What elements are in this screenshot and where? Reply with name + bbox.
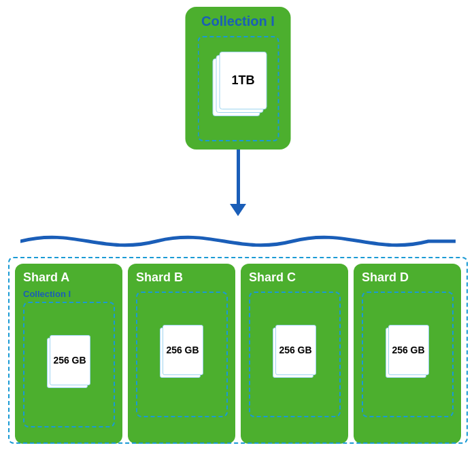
shard-c-doc-stack: 256 GB	[273, 328, 317, 382]
shard-d-doc-stack: 256 GB	[386, 328, 430, 382]
shard-d-size: 256 GB	[392, 345, 424, 355]
collection-top-box: Collection I 1TB	[186, 7, 291, 150]
shard-box-a: Shard A Collection I 256 GB	[15, 264, 122, 444]
shard-d-label: Shard D	[362, 270, 409, 285]
collection-top-size: 1TB	[231, 73, 254, 88]
shard-b-doc-stack: 256 GB	[160, 328, 204, 382]
arrow-line	[237, 150, 240, 204]
shard-b-label: Shard B	[136, 270, 183, 285]
shard-box-b: Shard B 256 GB	[128, 264, 235, 444]
shard-a-collection-label: Collection I	[23, 289, 71, 299]
shard-c-docs: 256 GB	[249, 292, 341, 417]
shard-a-size: 256 GB	[53, 355, 86, 366]
shard-b-size: 256 GB	[166, 345, 199, 355]
doc-page-1: 1TB	[220, 52, 267, 109]
shard-box-d: Shard D 256 GB	[354, 264, 461, 444]
shard-c-label: Shard C	[249, 270, 296, 285]
shard-box-c: Shard C 256 GB	[241, 264, 348, 444]
collection-top-label: Collection I	[201, 14, 275, 29]
shard-d-docs: 256 GB	[362, 292, 454, 417]
wavy-line	[20, 224, 456, 258]
shard-a-doc-stack: 256 GB	[47, 338, 91, 392]
shard-d-doc-1: 256 GB	[388, 325, 429, 375]
shards-row: Shard A Collection I 256 GB Shard B 256 …	[7, 264, 469, 444]
shard-b-docs: 256 GB	[136, 292, 228, 417]
shard-b-doc-1: 256 GB	[163, 325, 203, 375]
shard-a-docs: 256 GB	[23, 302, 115, 427]
arrow-head	[230, 204, 246, 216]
docs-container-top: 1TB	[197, 36, 279, 141]
shard-a-label: Shard A	[23, 270, 69, 285]
doc-stack-top: 1TB	[213, 58, 264, 120]
arrow-down	[230, 150, 246, 216]
shard-c-doc-1: 256 GB	[275, 325, 316, 375]
shard-c-size: 256 GB	[279, 345, 311, 355]
shard-a-doc-1: 256 GB	[50, 335, 90, 385]
diagram: Collection I 1TB Shard A Collection I	[0, 0, 476, 456]
